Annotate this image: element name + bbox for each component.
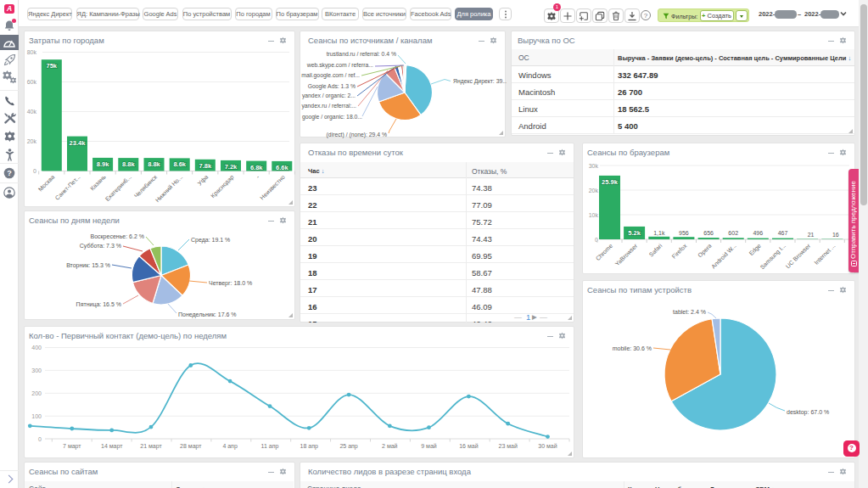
svg-text:6.6k: 6.6k — [276, 164, 288, 171]
svg-text:200: 200 — [31, 390, 42, 396]
svg-text:10k: 10k — [589, 212, 599, 218]
svg-text:Воскресенье: 6.2 %: Воскресенье: 6.2 % — [91, 233, 145, 240]
svg-text:Вторник: 15.3 %: Вторник: 15.3 % — [66, 262, 110, 269]
svg-text:trustland.ru / referral: 0.4 %: trustland.ru / referral: 0.4 % — [327, 51, 396, 57]
svg-text:Chrome: Chrome — [595, 243, 614, 262]
svg-text:400: 400 — [31, 345, 42, 351]
svg-text:20k: 20k — [589, 188, 599, 194]
svg-text:21 март: 21 март — [140, 443, 162, 450]
svg-text:0: 0 — [595, 237, 598, 243]
svg-text:Санкт-Пет...: Санкт-Пет... — [54, 174, 81, 201]
svg-text:60k: 60k — [27, 79, 37, 85]
svg-text:Пятница: 16.5 %: Пятница: 16.5 % — [76, 301, 121, 308]
svg-text:25 апр: 25 апр — [339, 443, 357, 450]
svg-text:30k: 30k — [589, 163, 599, 169]
svg-text:496: 496 — [753, 230, 763, 236]
svg-text:75k: 75k — [47, 62, 58, 70]
svg-text:Уфа: Уфа — [197, 174, 210, 188]
svg-text:tablet: 2.4 %: tablet: 2.4 % — [673, 309, 706, 315]
svg-text:100: 100 — [31, 413, 42, 419]
svg-text:(direct) / (none): 29.4 %: (direct) / (none): 29.4 % — [327, 132, 387, 138]
svg-text:30 май: 30 май — [538, 443, 557, 449]
svg-text:2 май: 2 май — [382, 443, 398, 449]
svg-text:?: ? — [7, 169, 12, 177]
svg-text:Среда: 19.1 %: Среда: 19.1 % — [191, 237, 230, 244]
svg-text:Москва: Москва — [37, 174, 56, 193]
svg-text:467: 467 — [778, 230, 788, 236]
svg-text:Неизвестно: Неизвестно — [259, 174, 286, 201]
svg-text:UC Browser: UC Browser — [785, 242, 812, 269]
svg-text:8.9k: 8.9k — [97, 160, 109, 168]
svg-text:656: 656 — [703, 230, 714, 236]
svg-text:Google Ads: 1.3 %: Google Ads: 1.3 % — [308, 83, 356, 90]
svg-text:11 апр: 11 апр — [261, 443, 279, 450]
svg-text:YaBrowser: YaBrowser — [614, 242, 639, 266]
svg-text:Edge: Edge — [748, 243, 762, 257]
svg-text:40k: 40k — [27, 109, 37, 115]
svg-text:Суббота: 7.3 %: Суббота: 7.3 % — [80, 243, 121, 250]
svg-text:4 апр: 4 апр — [222, 443, 238, 450]
svg-text:Safari: Safari — [648, 242, 664, 257]
svg-text:16: 16 — [832, 232, 839, 238]
svg-text:7 март: 7 март — [63, 443, 81, 450]
svg-text:mobile: 30.6 %: mobile: 30.6 % — [613, 345, 652, 351]
svg-text:Нижний Но...: Нижний Но... — [154, 174, 184, 204]
svg-text:Екатеринб...: Екатеринб... — [104, 174, 133, 203]
svg-text:Челябинск: Челябинск — [133, 173, 159, 199]
svg-text:Яндекс Директ: 39...: Яндекс Директ: 39... — [453, 78, 507, 85]
svg-text:1,1k: 1,1k — [653, 230, 665, 236]
svg-text:14 март: 14 март — [101, 443, 123, 450]
svg-text:80k: 80k — [27, 49, 37, 55]
svg-text:8.8k: 8.8k — [122, 160, 135, 168]
svg-text:5.2k: 5.2k — [628, 229, 641, 237]
svg-text:16 май: 16 май — [459, 443, 478, 449]
svg-text:Четверг: 18.0 %: Четверг: 18.0 % — [209, 280, 252, 287]
svg-text:Opera: Opera — [697, 243, 713, 259]
svg-text:25.9k: 25.9k — [602, 178, 619, 186]
svg-text:Краснодар: Краснодар — [210, 174, 235, 199]
svg-text:23 май: 23 май — [499, 443, 518, 449]
svg-text:23.4k: 23.4k — [70, 139, 87, 147]
svg-text:-: - — [255, 173, 260, 179]
svg-text:web.skype.com / referra...: web.skype.com / referra... — [306, 62, 373, 69]
svg-text:Android W...: Android W... — [710, 243, 737, 270]
svg-text:18 апр: 18 апр — [300, 443, 318, 450]
svg-text:300: 300 — [31, 367, 42, 373]
svg-text:0: 0 — [33, 168, 36, 174]
svg-text:956: 956 — [679, 230, 689, 236]
svg-text:20k: 20k — [27, 138, 37, 144]
svg-text:8.6k: 8.6k — [173, 160, 186, 168]
svg-text:Понедельник: 17.6 %: Понедельник: 17.6 % — [178, 311, 237, 318]
svg-text:google / organic: 18.0...: google / organic: 18.0... — [302, 114, 362, 121]
svg-text:yandex / organic: 2...: yandex / organic: 2... — [302, 93, 356, 99]
svg-text:21: 21 — [808, 232, 815, 238]
svg-text:9 май: 9 май — [421, 443, 437, 449]
svg-text:0: 0 — [38, 436, 42, 442]
svg-text:yandex.ru / referral:...: yandex.ru / referral:... — [301, 103, 356, 109]
svg-text:7.2k: 7.2k — [225, 163, 238, 171]
svg-text:Samsung I...: Samsung I... — [759, 243, 787, 271]
svg-text:Казань: Казань — [89, 174, 107, 192]
svg-text:6.8k: 6.8k — [250, 164, 263, 171]
svg-text:7.8k: 7.8k — [199, 162, 211, 170]
svg-text:Firefox: Firefox — [671, 242, 688, 259]
svg-text:28 март: 28 март — [180, 443, 202, 450]
svg-text:desktop: 67.0 %: desktop: 67.0 % — [787, 409, 829, 416]
svg-text:8.8k: 8.8k — [148, 160, 160, 168]
svg-text:Internet ...: Internet ... — [813, 243, 836, 266]
svg-text:mail.google.com / ref...: mail.google.com / ref... — [301, 72, 360, 79]
svg-text:602: 602 — [728, 230, 738, 236]
